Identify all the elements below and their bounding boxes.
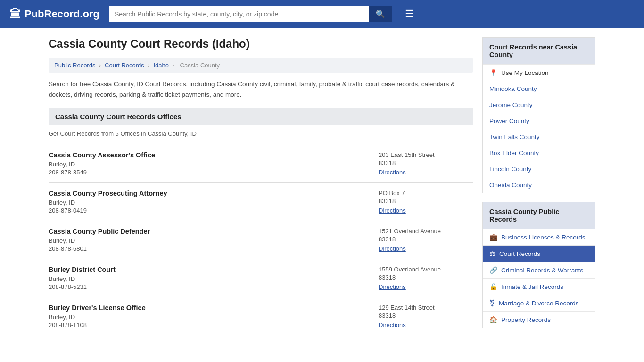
public-record-item-4[interactable]: ⚧ Marriage & Divorce Records: [483, 295, 595, 311]
office-left-1: Cassia County Prosecuting Attorney Burle…: [49, 189, 379, 214]
search-button[interactable]: 🔍: [369, 6, 392, 22]
public-record-item-5[interactable]: 🏠 Property Records: [483, 311, 595, 328]
public-records-section: Cassia County Public Records 💼 Business …: [482, 202, 595, 328]
county-item-5[interactable]: Lincoln County: [483, 161, 595, 177]
public-record-icon-1: ⚖: [489, 250, 495, 257]
county-item-3[interactable]: Twin Falls County: [483, 129, 595, 145]
public-record-label-1: Court Records: [499, 250, 540, 257]
office-street-2: 1521 Overland Avenue: [379, 228, 473, 235]
directions-link-2[interactable]: Directions: [379, 245, 406, 252]
office-name-0: Cassia County Assessor's Office: [49, 151, 379, 159]
office-right-4: 129 East 14th Street 83318 Directions: [379, 304, 473, 329]
search-input[interactable]: [109, 6, 369, 22]
county-item-0[interactable]: Minidoka County: [483, 81, 595, 97]
near-section-title: Court Records near Cassia County: [483, 38, 595, 64]
office-street-3: 1559 Overland Avenue: [379, 266, 473, 273]
directions-link-4[interactable]: Directions: [379, 321, 406, 329]
breadcrumb-separator-2: ›: [148, 62, 151, 69]
office-street-0: 203 East 15th Street: [379, 151, 473, 158]
public-record-label-5: Property Records: [501, 316, 551, 323]
use-location-label: Use My Location: [501, 69, 549, 76]
office-phone-4: 208-878-1108: [49, 321, 379, 329]
use-location[interactable]: 📍 Use My Location: [483, 64, 595, 81]
office-name-3: Burley District Court: [49, 266, 379, 273]
office-card: Cassia County Prosecuting Attorney Burle…: [49, 183, 473, 221]
office-phone-2: 208-878-6801: [49, 245, 379, 252]
breadcrumb-idaho[interactable]: Idaho: [153, 62, 169, 69]
office-city-2: Burley, ID: [49, 237, 379, 244]
office-city-0: Burley, ID: [49, 161, 379, 168]
directions-link-0[interactable]: Directions: [379, 169, 406, 176]
logo-text: PubRecord.org: [25, 8, 99, 20]
office-right-2: 1521 Overland Avenue 83318 Directions: [379, 228, 473, 252]
content-area: Cassia County Court Records (Idaho) Publ…: [49, 37, 473, 337]
page-title: Cassia County Court Records (Idaho): [49, 37, 473, 50]
office-city-3: Burley, ID: [49, 275, 379, 282]
public-record-item-2[interactable]: 🔗 Criminal Records & Warrants: [483, 262, 595, 278]
county-list: Minidoka CountyJerome CountyPower County…: [483, 81, 595, 193]
breadcrumb-public-records[interactable]: Public Records: [54, 62, 95, 69]
public-record-label-0: Business Licenses & Records: [501, 234, 586, 241]
office-right-3: 1559 Overland Avenue 83318 Directions: [379, 266, 473, 290]
main-container: Cassia County Court Records (Idaho) Publ…: [39, 28, 605, 346]
office-card: Cassia County Public Defender Burley, ID…: [49, 221, 473, 259]
public-record-icon-4: ⚧: [489, 299, 495, 307]
public-record-label-2: Criminal Records & Warrants: [501, 267, 583, 274]
office-left-3: Burley District Court Burley, ID 208-878…: [49, 266, 379, 290]
county-item-6[interactable]: Oneida County: [483, 177, 595, 193]
location-icon: 📍: [489, 69, 497, 76]
office-right-0: 203 East 15th Street 83318 Directions: [379, 151, 473, 176]
sidebar: Court Records near Cassia County 📍 Use M…: [482, 37, 595, 337]
office-right-1: PO Box 7 83318 Directions: [379, 189, 473, 214]
county-item-2[interactable]: Power County: [483, 113, 595, 129]
breadcrumb: Public Records › Court Records › Idaho ›…: [49, 58, 473, 73]
public-record-icon-5: 🏠: [489, 316, 497, 323]
logo-icon: 🏛: [9, 8, 21, 21]
breadcrumb-separator-3: ›: [173, 62, 176, 69]
public-record-label-3: Inmate & Jail Records: [501, 283, 563, 290]
county-item-1[interactable]: Jerome County: [483, 97, 595, 113]
public-record-icon-2: 🔗: [489, 266, 497, 274]
page-description: Search for free Cassia County, ID Court …: [49, 79, 473, 99]
offices-section-header: Cassia County Court Records Offices: [49, 108, 473, 125]
breadcrumb-court-records[interactable]: Court Records: [105, 62, 144, 69]
office-street-4: 129 East 14th Street: [379, 304, 473, 311]
offices-count: Get Court Records from 5 Offices in Cass…: [49, 130, 473, 137]
office-card: Burley Driver's License Office Burley, I…: [49, 297, 473, 335]
office-zip-1: 83318: [379, 197, 473, 205]
public-record-item-1[interactable]: ⚖ Court Records: [483, 245, 595, 262]
public-record-icon-3: 🔒: [489, 283, 497, 290]
office-phone-3: 208-878-5231: [49, 283, 379, 290]
public-records-list: 💼 Business Licenses & Records ⚖ Court Re…: [483, 229, 595, 328]
office-card: Cassia County Assessor's Office Burley, …: [49, 145, 473, 183]
office-name-4: Burley Driver's License Office: [49, 304, 379, 312]
county-item-4[interactable]: Box Elder County: [483, 145, 595, 161]
site-logo[interactable]: 🏛 PubRecord.org: [9, 8, 99, 21]
office-zip-2: 83318: [379, 236, 473, 243]
public-record-item-3[interactable]: 🔒 Inmate & Jail Records: [483, 278, 595, 295]
public-record-item-0[interactable]: 💼 Business Licenses & Records: [483, 229, 595, 245]
site-header: 🏛 PubRecord.org 🔍 ☰: [0, 0, 644, 28]
directions-link-3[interactable]: Directions: [379, 283, 406, 290]
office-name-1: Cassia County Prosecuting Attorney: [49, 189, 379, 197]
office-left-2: Cassia County Public Defender Burley, ID…: [49, 228, 379, 252]
office-left-4: Burley Driver's License Office Burley, I…: [49, 304, 379, 329]
breadcrumb-cassia-county: Cassia County: [180, 62, 220, 69]
office-phone-0: 208-878-3549: [49, 169, 379, 176]
office-left-0: Cassia County Assessor's Office Burley, …: [49, 151, 379, 176]
public-record-label-4: Marriage & Divorce Records: [499, 300, 579, 307]
office-zip-3: 83318: [379, 274, 473, 281]
office-card: Burley District Court Burley, ID 208-878…: [49, 259, 473, 297]
office-zip-0: 83318: [379, 159, 473, 166]
office-city-1: Burley, ID: [49, 199, 379, 206]
office-city-4: Burley, ID: [49, 313, 379, 321]
office-name-2: Cassia County Public Defender: [49, 228, 379, 235]
search-area: 🔍: [109, 6, 392, 22]
menu-icon: ☰: [405, 8, 414, 20]
menu-button[interactable]: ☰: [405, 8, 414, 20]
public-records-title: Cassia County Public Records: [483, 202, 595, 229]
office-phone-1: 208-878-0419: [49, 207, 379, 214]
public-record-icon-0: 💼: [489, 233, 497, 241]
directions-link-1[interactable]: Directions: [379, 207, 406, 214]
office-street-1: PO Box 7: [379, 189, 473, 197]
